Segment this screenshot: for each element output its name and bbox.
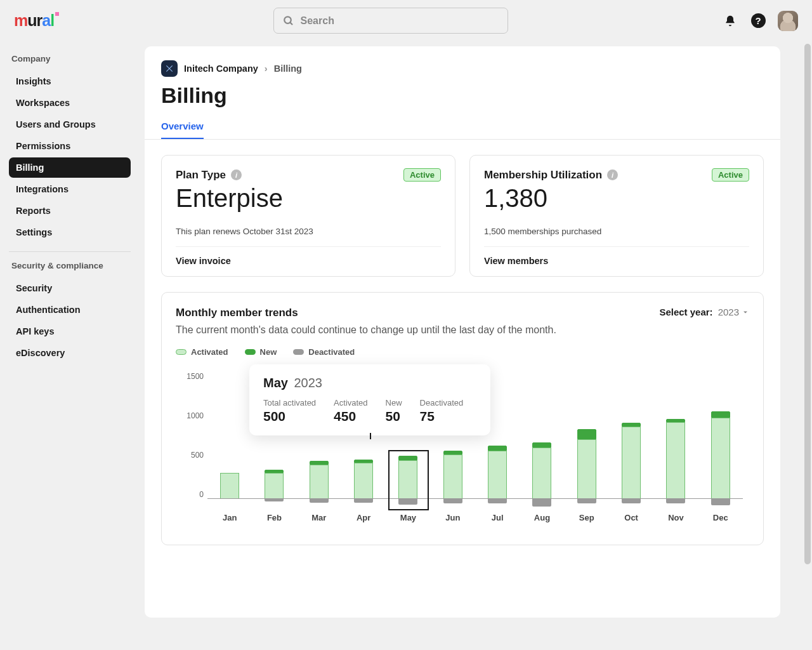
plan-type-value: Enterpise — [176, 184, 441, 213]
svg-line-1 — [290, 22, 292, 25]
company-logo-icon — [161, 60, 178, 77]
view-invoice-link[interactable]: View invoice — [176, 247, 441, 266]
tab-overview[interactable]: Overview — [161, 117, 204, 139]
x-label: Jul — [488, 513, 507, 522]
sidebar-section-label: Company — [9, 54, 131, 63]
info-icon[interactable]: i — [231, 169, 242, 180]
page-title: Billing — [145, 77, 780, 117]
x-axis-labels: JanFebMarAprMayJunJulAugSepOctNovDec — [207, 513, 743, 522]
y-tick: 0 — [176, 490, 204, 499]
sidebar-section-label: Security & compliance — [9, 261, 131, 270]
sidebar-item-workspaces[interactable]: Workspaces — [9, 93, 131, 113]
x-label: Jun — [443, 513, 462, 522]
plan-type-title: Plan Type — [176, 169, 226, 182]
svg-point-0 — [284, 17, 291, 23]
sidebar-item-api-keys[interactable]: API keys — [9, 321, 131, 342]
legend-swatch-deactivated — [293, 349, 304, 355]
chart-subtitle: The current month's data could continue … — [176, 324, 556, 336]
x-label: Nov — [666, 513, 685, 522]
sidebar-item-users-and-groups[interactable]: Users and Groups — [9, 114, 131, 135]
membership-value: 1,380 — [484, 184, 749, 213]
tooltip-col: Deactivated75 — [420, 398, 464, 424]
sidebar-divider — [9, 251, 131, 252]
y-tick: 1000 — [176, 411, 204, 420]
scrollbar-track[interactable] — [803, 41, 812, 650]
legend-swatch-activated — [176, 349, 187, 355]
sidebar-item-billing[interactable]: Billing — [9, 157, 131, 178]
plan-renew-text: This plan renews October 31st 2023 — [176, 227, 441, 247]
legend-swatch-new — [245, 349, 256, 355]
x-label: May — [398, 513, 417, 522]
breadcrumb-company[interactable]: Initech Company — [184, 63, 258, 74]
tooltip-col: Total activated500 — [263, 398, 316, 424]
tooltip-col: Activated450 — [334, 398, 367, 424]
x-label: Sep — [577, 513, 596, 522]
tooltip-col: New50 — [386, 398, 402, 424]
chart-title: Monthly member trends — [176, 307, 556, 319]
y-tick: 500 — [176, 451, 204, 460]
search-placeholder: Search — [301, 15, 334, 27]
scrollbar-thumb[interactable] — [804, 44, 811, 564]
chevron-down-icon — [742, 308, 749, 316]
x-label: Dec — [711, 513, 730, 522]
x-label: Apr — [354, 513, 373, 522]
info-icon[interactable]: i — [607, 169, 618, 180]
sidebar-item-reports[interactable]: Reports — [9, 201, 131, 221]
page-card: Initech Company › Billing Billing Overvi… — [145, 46, 780, 618]
status-badge: Active — [403, 168, 441, 182]
avatar[interactable] — [778, 11, 798, 31]
search-icon — [283, 15, 294, 27]
plan-type-card: Plan Type i Active Enterpise This plan r… — [161, 155, 455, 277]
status-badge: Active — [712, 168, 749, 182]
sidebar-item-ediscovery[interactable]: eDiscovery — [9, 343, 131, 363]
year-select[interactable]: Select year: 2023 — [659, 307, 749, 317]
y-axis: 150010005000 — [176, 372, 204, 499]
view-members-link[interactable]: View members — [484, 247, 749, 266]
sidebar-item-authentication[interactable]: Authentication — [9, 300, 131, 320]
breadcrumb-page: Billing — [274, 63, 302, 74]
x-label: Oct — [622, 513, 641, 522]
tabs: Overview — [145, 117, 780, 140]
sidebar-item-integrations[interactable]: Integrations — [9, 179, 131, 199]
breadcrumb: Initech Company › Billing — [145, 46, 780, 77]
help-icon[interactable]: ? — [750, 13, 766, 29]
logo[interactable]: mural — [14, 11, 59, 30]
sidebar-item-permissions[interactable]: Permissions — [9, 136, 131, 156]
chevron-right-icon: › — [265, 63, 268, 74]
sidebar: CompanyInsightsWorkspacesUsers and Group… — [0, 41, 140, 650]
chart-card: Monthly member trends The current month'… — [161, 292, 764, 545]
membership-card: Membership Utilization i Active 1,380 1,… — [469, 155, 764, 277]
x-label: Mar — [310, 513, 329, 522]
x-label: Aug — [532, 513, 551, 522]
sidebar-item-security[interactable]: Security — [9, 278, 131, 298]
y-tick: 1500 — [176, 372, 204, 381]
notifications-icon[interactable] — [722, 13, 738, 29]
x-label: Jan — [220, 513, 239, 522]
sidebar-item-settings[interactable]: Settings — [9, 222, 131, 242]
chart-legend: Activated New Deactivated — [176, 347, 749, 357]
membership-title: Membership Utilization — [484, 169, 602, 182]
topbar: mural Search ? — [0, 0, 812, 41]
chart-tooltip: May 2023 Total activated500Activated450N… — [249, 364, 490, 435]
search-input[interactable]: Search — [273, 8, 508, 34]
x-label: Feb — [265, 513, 284, 522]
sidebar-item-insights[interactable]: Insights — [9, 71, 131, 91]
membership-sub: 1,500 memberships purchased — [484, 227, 749, 247]
